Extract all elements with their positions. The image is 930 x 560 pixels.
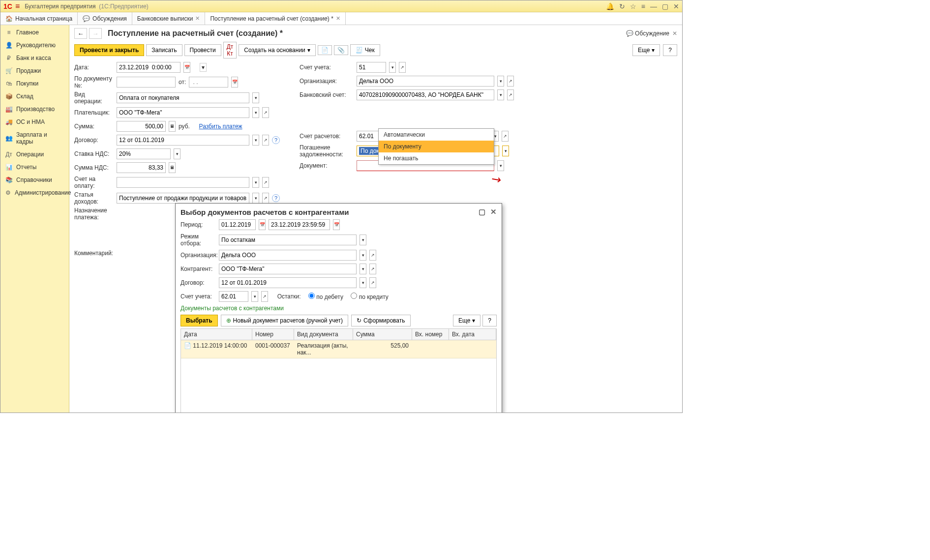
close-icon[interactable]: ✕ bbox=[673, 2, 679, 10]
contract-input[interactable] bbox=[117, 135, 249, 146]
menu-icon[interactable]: ≡ bbox=[15, 2, 20, 11]
chevron-down-icon[interactable]: ▾ bbox=[252, 107, 259, 118]
credit-radio[interactable]: по кредиту bbox=[351, 293, 389, 300]
dlg-help-button[interactable]: ? bbox=[482, 315, 497, 326]
generate-button[interactable]: ↻ Сформировать bbox=[351, 315, 411, 326]
chevron-down-icon[interactable]: ▾ bbox=[497, 160, 504, 171]
vat-input[interactable] bbox=[117, 148, 171, 159]
post-close-button[interactable]: Провести и закрыть bbox=[74, 44, 144, 56]
calendar-icon[interactable]: 📅 bbox=[183, 62, 190, 73]
chevron-down-icon[interactable]: ▾ bbox=[251, 291, 258, 302]
split-payment-link[interactable]: Разбить платеж bbox=[199, 123, 242, 130]
calendar-icon[interactable]: 📅 bbox=[231, 77, 238, 88]
discuss-button[interactable]: 💬 Обсуждение bbox=[626, 30, 669, 37]
copy-button[interactable]: 📄 bbox=[318, 45, 332, 55]
open-icon[interactable]: ↗ bbox=[262, 135, 269, 146]
open-icon[interactable]: ↗ bbox=[507, 89, 514, 100]
payer-input[interactable] bbox=[117, 107, 249, 118]
date-ext-icon[interactable]: ▾ bbox=[200, 63, 207, 72]
open-icon[interactable]: ↗ bbox=[502, 131, 509, 142]
sidebar-item-salary[interactable]: 👥Зарплата и кадры bbox=[0, 128, 69, 148]
bydoc-num-input[interactable] bbox=[117, 77, 176, 88]
vatsum-input[interactable] bbox=[117, 162, 166, 173]
open-icon[interactable]: ↗ bbox=[369, 264, 376, 274]
chevron-down-icon[interactable]: ▾ bbox=[502, 146, 509, 156]
help-icon[interactable]: ? bbox=[272, 194, 280, 202]
col-innum[interactable]: Вх. номер bbox=[412, 329, 449, 340]
chevron-down-icon[interactable]: ▾ bbox=[252, 92, 259, 103]
tab-bank[interactable]: Банковские выписки ✕ bbox=[132, 12, 206, 25]
sidebar-item-reports[interactable]: 📊Отчеты bbox=[0, 161, 69, 174]
chevron-down-icon[interactable]: ▾ bbox=[497, 89, 504, 100]
select-button[interactable]: Выбрать bbox=[180, 315, 218, 326]
open-icon[interactable]: ↗ bbox=[369, 277, 376, 288]
period-to-input[interactable] bbox=[269, 219, 330, 230]
dlg-more-button[interactable]: Еще ▾ bbox=[453, 315, 480, 326]
maximize-icon[interactable]: ▢ bbox=[479, 207, 485, 216]
chevron-down-icon[interactable]: ▾ bbox=[174, 148, 180, 159]
calc-icon[interactable]: 🖩 bbox=[169, 162, 176, 173]
op-input[interactable] bbox=[117, 92, 249, 103]
date-input[interactable] bbox=[117, 62, 180, 73]
create-based-button[interactable]: Создать на основании ▾ bbox=[239, 44, 316, 56]
sidebar-item-manager[interactable]: 👤Руководителю bbox=[0, 39, 69, 52]
dtkt-button[interactable]: ДтКт bbox=[223, 42, 237, 59]
org-input[interactable] bbox=[357, 76, 494, 87]
sidebar-item-bank[interactable]: ₽Банк и касса bbox=[0, 52, 69, 64]
minimize-icon[interactable]: — bbox=[650, 2, 657, 10]
dlg-org-input[interactable] bbox=[219, 250, 357, 261]
tab-receipt[interactable]: Поступление на расчетный счет (создание)… bbox=[205, 12, 345, 25]
close-icon[interactable]: ✕ bbox=[336, 15, 340, 22]
col-date[interactable]: Дата bbox=[181, 329, 252, 340]
option-none[interactable]: Не погашать bbox=[379, 152, 494, 164]
tab-discuss[interactable]: 💬 Обсуждения bbox=[78, 12, 132, 25]
income-input[interactable] bbox=[117, 193, 249, 204]
open-icon[interactable]: ↗ bbox=[369, 250, 376, 261]
post-button[interactable]: Провести bbox=[184, 44, 221, 56]
table-row[interactable]: 📄 11.12.2019 14:00:00 0001-000037 Реализ… bbox=[181, 340, 496, 358]
close-icon[interactable]: ✕ bbox=[195, 15, 200, 22]
save-button[interactable]: Записать bbox=[146, 44, 182, 56]
period-from-input[interactable] bbox=[219, 219, 256, 230]
forward-button[interactable]: → bbox=[89, 28, 102, 39]
dlg-contract-input[interactable] bbox=[219, 277, 357, 288]
option-auto[interactable]: Автоматически bbox=[379, 129, 494, 141]
sidebar-item-operations[interactable]: ДтОперации bbox=[0, 148, 69, 161]
sidebar-item-production[interactable]: 🏭Производство bbox=[0, 103, 69, 116]
chevron-down-icon[interactable]: ▾ bbox=[360, 235, 366, 245]
new-doc-button[interactable]: ⊕ Новый документ расчетов (ручной учет) bbox=[221, 315, 348, 326]
chevron-down-icon[interactable]: ▾ bbox=[360, 250, 366, 261]
mode-input[interactable] bbox=[219, 235, 357, 245]
acct-input[interactable] bbox=[357, 62, 386, 73]
option-bydoc[interactable]: По документу bbox=[379, 141, 494, 152]
sidebar-item-refs[interactable]: 📚Справочники bbox=[0, 174, 69, 186]
calendar-icon[interactable]: 📅 bbox=[333, 219, 340, 230]
chevron-down-icon[interactable]: ▾ bbox=[252, 135, 259, 146]
settings-icon[interactable]: ≡ bbox=[641, 2, 645, 10]
chevron-down-icon[interactable]: ▾ bbox=[360, 264, 366, 274]
help-icon[interactable]: ? bbox=[272, 136, 280, 144]
col-sum[interactable]: Сумма bbox=[353, 329, 412, 340]
help-button[interactable]: ? bbox=[663, 44, 677, 56]
open-icon[interactable]: ↗ bbox=[507, 76, 514, 87]
open-icon[interactable]: ↗ bbox=[262, 107, 269, 118]
chevron-down-icon[interactable]: ▾ bbox=[389, 62, 396, 73]
maximize-icon[interactable]: ▢ bbox=[662, 2, 668, 10]
col-indate[interactable]: Вх. дата bbox=[449, 329, 496, 340]
sidebar-item-assets[interactable]: 🚚ОС и НМА bbox=[0, 116, 69, 128]
paybill-input[interactable] bbox=[117, 177, 249, 188]
chevron-down-icon[interactable]: ▾ bbox=[252, 193, 259, 204]
dlg-acct-input[interactable] bbox=[219, 291, 248, 302]
chevron-down-icon[interactable]: ▾ bbox=[497, 76, 504, 87]
sidebar-item-sales[interactable]: 🛒Продажи bbox=[0, 64, 69, 77]
open-icon[interactable]: ↗ bbox=[262, 177, 269, 188]
back-button[interactable]: ← bbox=[74, 28, 87, 39]
attach-button[interactable]: 📎 bbox=[334, 45, 348, 55]
calc-icon[interactable]: 🖩 bbox=[169, 121, 176, 132]
history-icon[interactable]: ↻ bbox=[619, 2, 625, 10]
chevron-down-icon[interactable]: ▾ bbox=[360, 277, 366, 288]
more-button[interactable]: Еще ▾ bbox=[632, 44, 660, 56]
cheque-button[interactable]: 🧾 Чек bbox=[350, 44, 380, 56]
bankacct-input[interactable] bbox=[357, 89, 494, 100]
bell-icon[interactable]: 🔔 bbox=[606, 2, 614, 10]
